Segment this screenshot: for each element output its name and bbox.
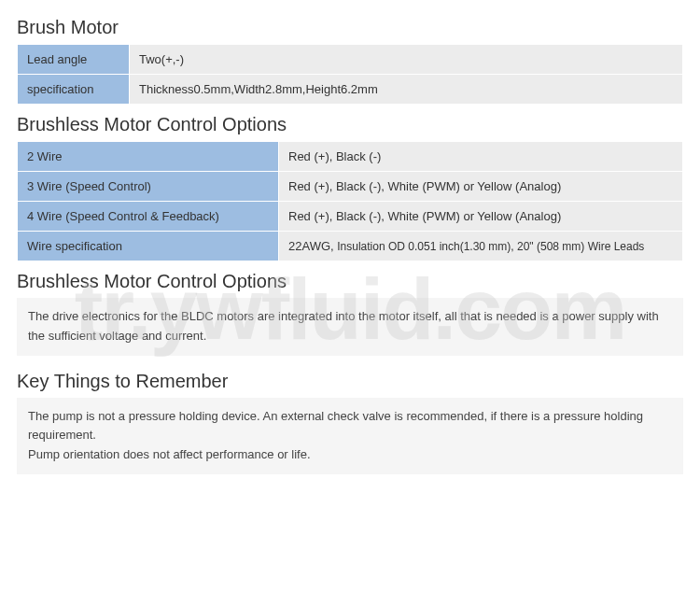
row-label: specification xyxy=(18,75,130,105)
brushless-options-table: 2 Wire Red (+), Black (-) 3 Wire (Speed … xyxy=(17,141,683,261)
table-row: Lead angle Two(+,-) xyxy=(18,45,683,75)
row-value: 22AWG, Insulation OD 0.051 inch(1.30 mm)… xyxy=(279,232,683,261)
key-things-box: The pump is not a pressure holding devic… xyxy=(17,398,683,474)
row-value: Two(+,-) xyxy=(130,45,683,75)
key-things-text2: Pump orientation does not affect perform… xyxy=(28,445,672,465)
row-value: Red (+), Black (-) xyxy=(279,142,683,172)
row-value: Thickness0.5mm,Width2.8mm,Height6.2mm xyxy=(130,75,683,105)
brushless-note-title: Brushless Motor Control Options xyxy=(17,271,683,292)
brush-motor-title: Brush Motor xyxy=(17,17,683,38)
table-row: specification Thickness0.5mm,Width2.8mm,… xyxy=(18,75,683,105)
brush-motor-table: Lead angle Two(+,-) specification Thickn… xyxy=(17,44,683,105)
key-things-title: Key Things to Remember xyxy=(17,371,683,392)
table-row: Wire specification 22AWG, Insulation OD … xyxy=(18,232,683,261)
row-label: 4 Wire (Speed Control & Feedback) xyxy=(18,202,279,232)
wire-spec-main: 22AWG, xyxy=(288,239,337,253)
key-things-text1: The pump is not a pressure holding devic… xyxy=(28,407,672,446)
brushless-options-title: Brushless Motor Control Options xyxy=(17,114,683,135)
wire-spec-detail: Insulation OD 0.051 inch(1.30 mm), 20" (… xyxy=(337,240,644,253)
row-label: 3 Wire (Speed Control) xyxy=(18,172,279,202)
row-label: Lead angle xyxy=(18,45,130,75)
row-value: Red (+), Black (-), White (PWM) or Yello… xyxy=(279,202,683,232)
row-value: Red (+), Black (-), White (PWM) or Yello… xyxy=(279,172,683,202)
row-label: Wire specification xyxy=(18,232,279,261)
brushless-note-box: The drive electronics for the BLDC motor… xyxy=(17,298,683,356)
table-row: 3 Wire (Speed Control) Red (+), Black (-… xyxy=(18,172,683,202)
table-row: 2 Wire Red (+), Black (-) xyxy=(18,142,683,172)
table-row: 4 Wire (Speed Control & Feedback) Red (+… xyxy=(18,202,683,232)
row-label: 2 Wire xyxy=(18,142,279,172)
